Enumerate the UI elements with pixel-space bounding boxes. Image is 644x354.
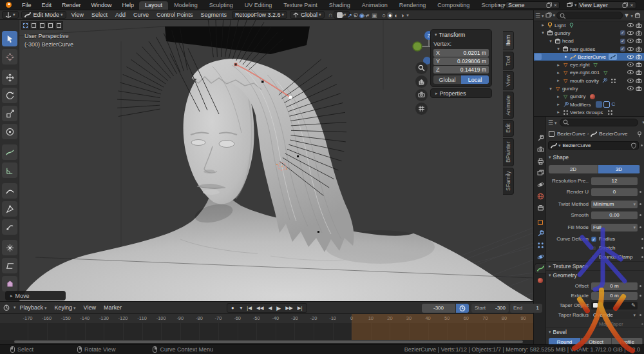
- sidebar-tab-edit[interactable]: Edit: [503, 120, 514, 137]
- disable-camera-icon[interactable]: [636, 86, 643, 92]
- workspace-tab-compositing[interactable]: Compositing: [431, 1, 475, 10]
- data-name-field[interactable]: ▾ BezierCurve: [548, 141, 639, 150]
- filter-mode-icon[interactable]: [545, 12, 552, 19]
- pin-icon[interactable]: [636, 131, 643, 137]
- hide-eye-icon[interactable]: [627, 55, 634, 59]
- local-button[interactable]: Local: [461, 75, 489, 84]
- tool-extrude[interactable]: [2, 276, 17, 291]
- dim-2d-button[interactable]: 2D: [549, 165, 598, 173]
- outliner-row-light[interactable]: ▸ Light: [534, 21, 644, 29]
- sidebar-tab-view[interactable]: View: [503, 71, 514, 90]
- outliner-row-vertex-groups[interactable]: ▸ Vertex Groups: [534, 108, 644, 116]
- disclosure-icon[interactable]: ▸: [556, 102, 561, 107]
- animate-dot-icon[interactable]: [641, 247, 643, 249]
- animate-dot-icon[interactable]: [639, 226, 641, 228]
- disclosure-icon[interactable]: ▸: [556, 70, 561, 75]
- object-visibility-dropdown[interactable]: ⌖▾: [337, 12, 345, 19]
- disable-camera-icon[interactable]: [636, 46, 643, 52]
- outliner-row-head[interactable]: ▾ head ✓: [534, 37, 644, 45]
- disable-camera-icon[interactable]: [636, 23, 643, 28]
- smooth-field[interactable]: 0.00: [591, 211, 638, 219]
- checkbox-icon[interactable]: ✓: [620, 39, 625, 44]
- vertex-z-field[interactable]: Z 0.14419 m: [433, 66, 489, 74]
- menu-keying[interactable]: Keying▾: [51, 304, 80, 311]
- tab-object[interactable]: [535, 217, 545, 227]
- animate-dot-icon[interactable]: [639, 285, 641, 287]
- modifier-grid-icon[interactable]: [603, 101, 610, 108]
- menu-control-points[interactable]: Control Points: [153, 12, 197, 18]
- outliner-row-mouth-cavity[interactable]: ▸ ▽ mouth cavity: [534, 77, 644, 84]
- editor-type-button[interactable]: ▾: [2, 11, 19, 19]
- scene-icon[interactable]: ◑: [497, 2, 500, 8]
- animate-dot-icon[interactable]: [641, 256, 643, 258]
- workspace-tab-uv-editing[interactable]: UV Editing: [239, 1, 278, 10]
- disable-camera-icon[interactable]: [636, 54, 643, 60]
- modifier-c-icon[interactable]: C: [611, 101, 615, 108]
- hide-eye-icon[interactable]: [627, 39, 634, 43]
- gizmos-toggle[interactable]: ↗▾: [348, 12, 356, 19]
- disclosure-icon[interactable]: ▾: [548, 39, 553, 44]
- breadcrumb-object[interactable]: BezierCurve: [557, 131, 585, 137]
- menu-window[interactable]: Window: [86, 2, 117, 8]
- menu-playback[interactable]: Playback▾: [16, 304, 51, 311]
- disclosure-icon[interactable]: ▾: [540, 30, 545, 35]
- menu-view[interactable]: View: [68, 12, 88, 18]
- shield-icon[interactable]: [630, 143, 636, 149]
- animate-dot-icon[interactable]: [639, 295, 641, 297]
- offset-field[interactable]: 0 m: [591, 282, 638, 290]
- pan-hand-button[interactable]: [415, 75, 428, 88]
- vertex-y-field[interactable]: Y 0.029806 m: [433, 57, 489, 65]
- tab-render[interactable]: [535, 145, 545, 155]
- menu-segments[interactable]: Segments: [197, 12, 231, 18]
- prev-keyframe-button[interactable]: ◀◀: [254, 305, 266, 311]
- disable-camera-icon[interactable]: [636, 38, 643, 44]
- tool-curve-pen[interactable]: [2, 219, 17, 235]
- disable-camera-icon[interactable]: [636, 62, 643, 68]
- outliner-row-gundry-object[interactable]: ▾ ▽ gundry: [534, 84, 644, 92]
- shape-panel-header[interactable]: ▾Shape: [547, 154, 569, 161]
- sidebar-tab-item[interactable]: Item: [503, 31, 514, 50]
- menu-file[interactable]: File: [17, 2, 37, 8]
- tool-annotate[interactable]: [2, 144, 17, 160]
- tab-object-data[interactable]: [535, 264, 545, 273]
- close-icon[interactable]: ×: [630, 2, 633, 8]
- menu-render[interactable]: Render: [57, 2, 86, 8]
- breadcrumb-data[interactable]: BezierCurve: [599, 131, 627, 137]
- workspace-tab-modeling[interactable]: Modeling: [168, 1, 204, 10]
- play-button[interactable]: ▶: [274, 305, 283, 311]
- tab-collection[interactable]: [535, 203, 545, 213]
- bevel-panel-header[interactable]: ▾Bevel: [547, 329, 567, 335]
- tool-draw-curve[interactable]: [2, 183, 17, 199]
- select-mode-new[interactable]: [21, 21, 30, 30]
- chevron-down-icon[interactable]: ▾: [238, 305, 245, 311]
- properties-search-input[interactable]: [560, 119, 639, 126]
- geometry-panel-header[interactable]: ▾Geometry: [547, 272, 577, 279]
- eyedropper-icon[interactable]: ✎: [631, 302, 636, 308]
- outliner-row-eye-right-001[interactable]: ▸ ▽ eye.right.001 ▽: [534, 69, 644, 77]
- mode-selector[interactable]: Edit Mode ▾: [21, 11, 66, 19]
- extrude-field[interactable]: 0 m: [591, 292, 638, 300]
- menu-view[interactable]: View: [80, 304, 100, 311]
- tab-physics[interactable]: [535, 252, 545, 262]
- animate-dot-icon[interactable]: [639, 214, 641, 216]
- sidebar-tab-animate[interactable]: Animate: [503, 92, 514, 119]
- animate-dot-icon[interactable]: [639, 314, 641, 316]
- tool-shear[interactable]: [2, 258, 17, 273]
- twist-method-dropdown[interactable]: Minimum▾: [591, 201, 638, 208]
- transform-orientation-dropdown[interactable]: Global ▾: [290, 11, 325, 19]
- select-mode-invert[interactable]: [46, 21, 55, 30]
- overlays-toggle[interactable]: ◉▾: [359, 12, 368, 19]
- dim-3d-button[interactable]: 3D: [598, 165, 640, 173]
- disclosure-icon[interactable]: ▾: [548, 86, 553, 92]
- animate-dot-icon[interactable]: [641, 323, 643, 325]
- global-button[interactable]: Global: [433, 75, 461, 84]
- view-layer-field[interactable]: View Layer ×: [577, 1, 636, 9]
- outliner-row-gundry-data[interactable]: ▸ ▽ gundry: [534, 93, 644, 101]
- hide-eye-icon[interactable]: [627, 63, 634, 67]
- disable-camera-icon[interactable]: [636, 30, 643, 36]
- start-frame-field[interactable]: Start-300: [471, 304, 509, 313]
- xray-toggle[interactable]: ▣: [372, 12, 377, 19]
- animate-dot-icon[interactable]: [639, 203, 641, 205]
- texture-space-panel-header[interactable]: ▸Texture Space: [547, 263, 588, 270]
- taper-radius-dropdown[interactable]: Override▾: [591, 311, 638, 319]
